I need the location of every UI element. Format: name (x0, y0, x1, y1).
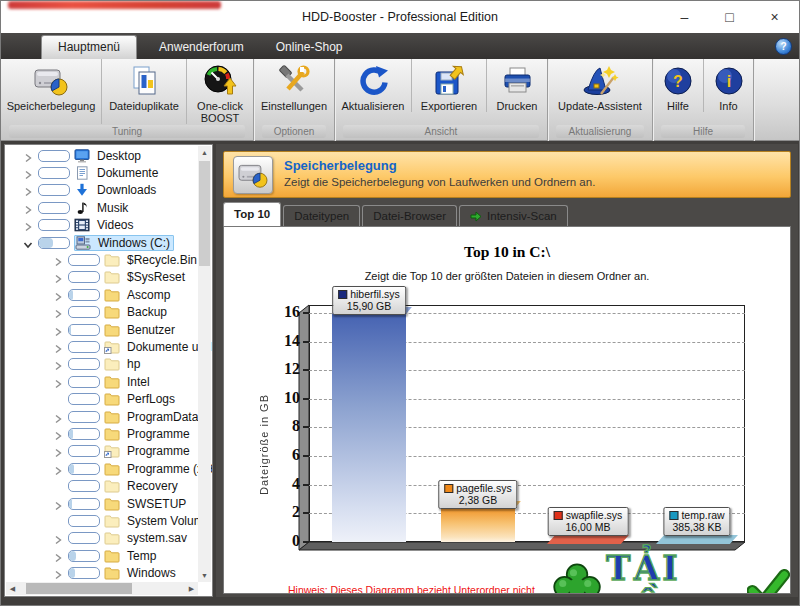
chevron-right-icon[interactable] (52, 254, 65, 266)
close-button[interactable]: × (752, 1, 797, 33)
tree-item[interactable]: Videos (6, 217, 198, 234)
tree-item[interactable]: Desktop (6, 147, 198, 164)
tree-item[interactable]: Programme (6, 425, 198, 442)
chevron-right-icon[interactable] (52, 306, 65, 318)
tools-icon (278, 63, 310, 98)
y-tick-label: 10 (256, 389, 300, 407)
drucken-button[interactable]: Drucken (486, 59, 547, 112)
usage-bar (68, 376, 100, 388)
tree-item[interactable]: system.sav (6, 530, 198, 547)
tree-horizontal-scrollbar[interactable]: ◀ ▶ (6, 582, 198, 595)
aktualisieren-button[interactable]: Aktualisieren (335, 59, 411, 112)
chevron-right-icon[interactable] (52, 428, 65, 440)
usage-bar (68, 324, 100, 336)
bar-label-swapfile.sys: swapfile.sys16,00 MB (548, 507, 629, 536)
tree-item[interactable]: Recovery (6, 477, 198, 494)
title-bar: HDD-Booster - Professional Edition – □ × (1, 1, 799, 33)
exportieren-button[interactable]: Exportieren (411, 59, 486, 112)
chevron-right-icon[interactable] (52, 289, 65, 301)
tree-item[interactable]: System Volume I (6, 512, 198, 529)
chevron-right-icon[interactable] (22, 219, 35, 231)
tree-item[interactable]: $SysReset (6, 269, 198, 286)
chevron-right-icon[interactable] (52, 411, 65, 423)
chevron-down-icon[interactable] (22, 237, 35, 249)
tree-item[interactable]: SWSETUP (6, 495, 198, 512)
question-glyph: ? (673, 73, 683, 90)
tick-mark (303, 455, 309, 457)
chevron-right-icon[interactable] (52, 271, 65, 283)
tab-top-10[interactable]: Top 10 (223, 202, 281, 226)
tree-item[interactable]: Musik (6, 199, 198, 216)
tree-item[interactable]: $Recycle.Bin (6, 251, 198, 268)
tab-dateitypen[interactable]: Dateitypen (283, 205, 360, 226)
chevron-right-icon[interactable] (52, 463, 65, 475)
chevron-right-icon[interactable] (52, 445, 65, 457)
menu-tab-hauptmenu[interactable]: Hauptmenü (41, 35, 137, 59)
tree-item[interactable]: PerfLogs (6, 390, 198, 407)
y-tick-label: 4 (256, 475, 300, 493)
chevron-right-icon[interactable] (22, 150, 35, 162)
update-assistent-button[interactable]: Update-Assistent (548, 59, 652, 112)
tab-intensiv-scan[interactable]: Intensiv-Scan (459, 205, 568, 226)
speicherbelegung-button[interactable]: Speicherbelegung (1, 59, 101, 124)
tree-item-label: Downloads (94, 183, 159, 197)
scroll-right-icon[interactable]: ▶ (185, 582, 198, 595)
ribbon-button-label: Hilfe (667, 100, 689, 112)
chevron-right-icon[interactable] (22, 184, 35, 196)
tree-item[interactable]: ProgramData (6, 408, 198, 425)
menu-tab-anwenderforum[interactable]: Anwenderforum (143, 36, 260, 59)
hilfe-button[interactable]: ? Hilfe (653, 59, 703, 112)
tree-item[interactable]: Programme (6, 443, 198, 460)
tree-item[interactable]: Temp (6, 547, 198, 564)
tree-item[interactable]: Windows (6, 564, 198, 581)
tree-item[interactable]: Intel (6, 373, 198, 390)
tree-item[interactable]: Ascomp (6, 286, 198, 303)
chevron-right-icon[interactable] (52, 567, 65, 579)
tree-item-label: Videos (94, 218, 136, 232)
tree-item[interactable]: Windows (C:) (6, 234, 198, 251)
chevron-right-icon[interactable] (22, 202, 35, 214)
usage-bar (38, 167, 70, 179)
tree-item[interactable]: hp (6, 356, 198, 373)
info-glyph: i (726, 73, 730, 90)
tree-item[interactable]: Programme (x86 (6, 460, 198, 477)
bar-swapfile.sys (547, 535, 629, 544)
scrollbar-thumb[interactable] (26, 583, 132, 594)
chevron-right-icon[interactable] (52, 341, 65, 353)
info-button[interactable]: i Info (703, 59, 753, 112)
chevron-right-icon[interactable] (52, 358, 65, 370)
menu-tab-online-shop[interactable]: Online-Shop (260, 36, 359, 59)
maximize-button[interactable]: □ (707, 1, 752, 33)
minimize-button[interactable]: – (662, 1, 707, 33)
y-tick-label: 8 (256, 417, 300, 435)
help-icon[interactable]: ? (775, 38, 792, 55)
tab-datei-browser[interactable]: Datei-Browser (362, 205, 457, 226)
dateiduplikate-button[interactable]: Dateiduplikate (101, 59, 186, 124)
tree-item[interactable]: Dokumente (6, 164, 198, 181)
scroll-left-icon[interactable]: ◀ (6, 582, 19, 595)
scroll-up-icon[interactable]: ▲ (198, 146, 211, 159)
chevron-right-icon[interactable] (52, 532, 65, 544)
tree-item-label: Backup (124, 305, 170, 319)
tree-item[interactable]: Benutzer (6, 321, 198, 338)
chevron-right-icon[interactable] (52, 324, 65, 336)
tree-item[interactable]: Backup (6, 304, 198, 321)
one-click-boost-button[interactable]: One-click BOOST (186, 59, 253, 124)
scrollbar-thumb[interactable] (199, 161, 210, 266)
chevron-right-icon[interactable] (52, 498, 65, 510)
chevron-right-icon[interactable] (52, 376, 65, 388)
tree-item[interactable]: Downloads (6, 182, 198, 199)
tree-item[interactable]: Dokumente und (6, 338, 198, 355)
usage-bar (68, 358, 100, 370)
chevron-right-icon[interactable] (22, 167, 35, 179)
chevron-right-icon[interactable] (52, 550, 65, 562)
tab-label: Intensiv-Scan (487, 206, 557, 226)
einstellungen-button[interactable]: Einstellungen (254, 59, 334, 112)
folder-icon (104, 549, 121, 563)
ribbon-button-label: Aktualisieren (342, 100, 405, 112)
y-tick-label: 16 (256, 303, 300, 321)
ribbon-group-optionen: Einstellungen Optionen (254, 59, 335, 141)
tree-vertical-scrollbar[interactable]: ▲ ▼ (198, 146, 211, 582)
file-size: 15,90 GB (338, 300, 400, 312)
scroll-down-icon[interactable]: ▼ (198, 569, 211, 582)
